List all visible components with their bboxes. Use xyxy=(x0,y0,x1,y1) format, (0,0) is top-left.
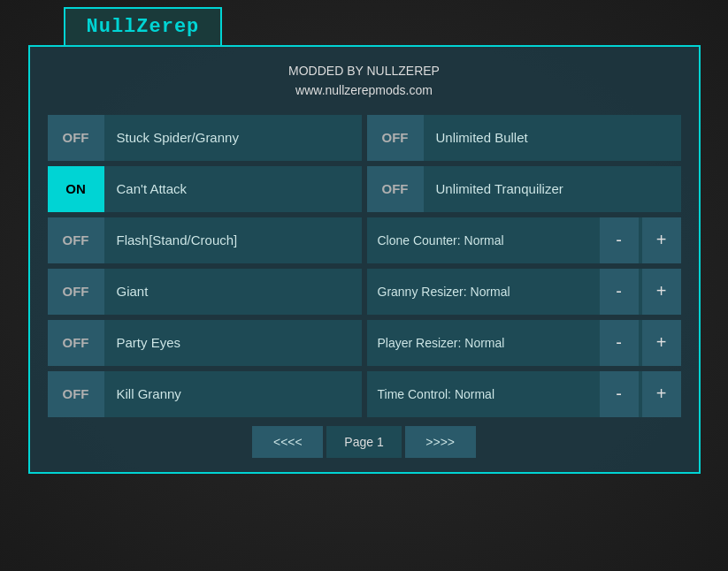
time-control-plus[interactable]: + xyxy=(642,371,681,417)
stepper-clone-counter: Clone Counter: Normal - + xyxy=(367,217,681,263)
main-panel: MODDED BY NULLZEREP www.nullzerepmods.co… xyxy=(28,45,701,474)
toggle-label-kill-granny: Kill Granny xyxy=(104,386,362,401)
toggle-status-giant: OFF xyxy=(48,269,104,315)
granny-resizer-label: Granny Resizer: Normal xyxy=(367,285,596,299)
toggle-label-unlimited-tranquilizer: Unlimited Tranquilizer xyxy=(424,181,681,196)
toggle-unlimited-bullet[interactable]: OFF Unlimited Bullet xyxy=(367,115,681,161)
time-control-minus[interactable]: - xyxy=(600,371,639,417)
credit-line2: www.nullzerepmods.com xyxy=(48,80,681,100)
toggle-status-kill-granny: OFF xyxy=(48,371,104,417)
clone-counter-label: Clone Counter: Normal xyxy=(367,233,596,247)
toggle-cant-attack[interactable]: ON Can't Attack xyxy=(48,166,362,212)
app-title: NullZerep xyxy=(64,7,223,47)
toggle-label-giant: Giant xyxy=(104,284,362,299)
toggle-status-cant-attack: ON xyxy=(48,166,104,212)
toggle-stuck-spider-granny[interactable]: OFF Stuck Spider/Granny xyxy=(48,115,362,161)
toggle-status-party-eyes: OFF xyxy=(48,320,104,366)
clone-counter-plus[interactable]: + xyxy=(642,217,681,263)
stepper-time-control: Time Control: Normal - + xyxy=(367,371,681,417)
toggle-flash[interactable]: OFF Flash[Stand/Crouch] xyxy=(48,217,362,263)
toggle-label-stuck-spider-granny: Stuck Spider/Granny xyxy=(104,130,362,145)
toggle-label-party-eyes: Party Eyes xyxy=(104,335,362,350)
toggle-unlimited-tranquilizer[interactable]: OFF Unlimited Tranquilizer xyxy=(367,166,681,212)
stepper-player-resizer: Player Resizer: Normal - + xyxy=(367,320,681,366)
player-resizer-minus[interactable]: - xyxy=(600,320,639,366)
prev-page-button[interactable]: <<<< xyxy=(252,426,323,458)
toggle-party-eyes[interactable]: OFF Party Eyes xyxy=(48,320,362,366)
toggle-giant[interactable]: OFF Giant xyxy=(48,269,362,315)
current-page-button[interactable]: Page 1 xyxy=(326,426,401,458)
player-resizer-label: Player Resizer: Normal xyxy=(367,336,596,350)
toggle-label-cant-attack: Can't Attack xyxy=(104,181,362,196)
content-columns: OFF Stuck Spider/Granny ON Can't Attack … xyxy=(48,115,681,417)
toggle-label-flash: Flash[Stand/Crouch] xyxy=(104,232,362,247)
pagination: <<<< Page 1 >>>> xyxy=(48,426,681,458)
granny-resizer-minus[interactable]: - xyxy=(600,269,639,315)
time-control-label: Time Control: Normal xyxy=(367,387,596,401)
toggle-kill-granny[interactable]: OFF Kill Granny xyxy=(48,371,362,417)
toggle-status-unlimited-tranquilizer: OFF xyxy=(367,166,424,212)
stepper-granny-resizer: Granny Resizer: Normal - + xyxy=(367,269,681,315)
right-column: OFF Unlimited Bullet OFF Unlimited Tranq… xyxy=(367,115,681,417)
left-column: OFF Stuck Spider/Granny ON Can't Attack … xyxy=(48,115,362,417)
next-page-button[interactable]: >>>> xyxy=(405,426,476,458)
header: MODDED BY NULLZEREP www.nullzerepmods.co… xyxy=(48,61,681,101)
toggle-status-stuck-spider-granny: OFF xyxy=(48,115,104,161)
clone-counter-minus[interactable]: - xyxy=(600,217,639,263)
toggle-status-unlimited-bullet: OFF xyxy=(367,115,424,161)
granny-resizer-plus[interactable]: + xyxy=(642,269,681,315)
title-badge: NullZerep xyxy=(64,7,223,47)
toggle-status-flash: OFF xyxy=(48,217,104,263)
player-resizer-plus[interactable]: + xyxy=(642,320,681,366)
credit-line1: MODDED BY NULLZEREP xyxy=(48,61,681,80)
main-container: NullZerep MODDED BY NULLZEREP www.nullze… xyxy=(28,7,701,474)
toggle-label-unlimited-bullet: Unlimited Bullet xyxy=(424,130,681,145)
